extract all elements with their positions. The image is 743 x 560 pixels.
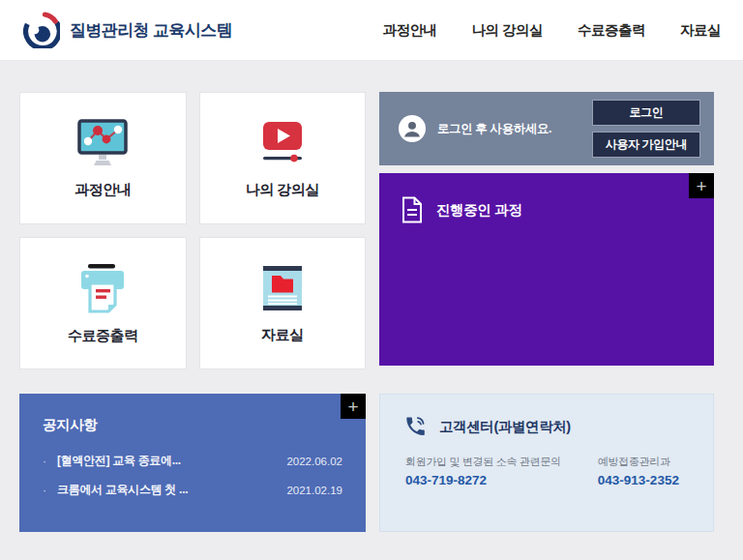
notice-item-date: 2021.02.19 — [286, 485, 342, 496]
notice-more-button[interactable]: + — [341, 394, 366, 419]
card-label: 자료실 — [261, 326, 304, 344]
ongoing-courses-panel: 진행중인 과정 + — [379, 173, 714, 366]
card-courses[interactable]: 과정안내 — [19, 92, 187, 224]
notice-item-date: 2022.06.02 — [286, 456, 342, 467]
contact-item: 예방접종관리과 043-913-2352 — [598, 455, 679, 487]
right-column: 로그인 후 사용하세요. 로그인 사용자 가입안내 — [379, 92, 714, 369]
card-label: 수료증출력 — [68, 327, 138, 345]
printer-icon — [75, 262, 130, 314]
notice-list: · [혈액안전] 교육 종료에... 2022.06.02 · 크롬에서 교육시… — [43, 453, 342, 498]
notice-item[interactable]: · 크롬에서 교육시스템 첫 ... 2021.02.19 — [43, 482, 342, 498]
card-certificate[interactable]: 수료증출력 — [19, 237, 187, 369]
monitor-chart-icon — [75, 118, 130, 168]
signup-guide-button[interactable]: 사용자 가입안내 — [592, 132, 700, 158]
notice-panel: 공지사항 + · [혈액안전] 교육 종료에... 2022.06.02 · 크… — [19, 394, 366, 532]
card-label: 과정안내 — [74, 181, 131, 199]
phone-icon — [403, 415, 427, 438]
bullet-icon: · — [43, 484, 46, 497]
login-buttons: 로그인 사용자 가입안내 — [592, 100, 700, 158]
video-player-icon — [255, 118, 310, 168]
contact-list: 회원가입 및 변경된 소속 관련문의 043-719-8272 예방접종관리과 … — [403, 455, 690, 487]
main-nav: 과정안내 나의 강의실 수료증출력 자료실 — [382, 21, 721, 40]
nav-item-library[interactable]: 자료실 — [680, 21, 721, 40]
contact-item: 회원가입 및 변경된 소속 관련문의 043-719-8272 — [405, 455, 561, 487]
ongoing-courses-title: 진행중인 과정 — [436, 201, 521, 220]
notice-item[interactable]: · [혈액안전] 교육 종료에... 2022.06.02 — [43, 453, 342, 469]
government-emblem-icon — [23, 12, 60, 48]
main-content: 과정안내 나의 강의실 — [0, 61, 743, 532]
card-label: 나의 강의실 — [246, 181, 319, 199]
contact-phone: 043-719-8272 — [405, 473, 561, 487]
quick-menu: 과정안내 나의 강의실 — [19, 92, 366, 369]
nav-item-certificate[interactable]: 수료증출력 — [578, 21, 645, 40]
login-button[interactable]: 로그인 — [592, 100, 700, 126]
document-icon — [401, 196, 424, 223]
page-title: 질병관리청 교육시스템 — [70, 19, 232, 42]
card-my-classroom[interactable]: 나의 강의실 — [199, 92, 367, 224]
nav-item-my-classroom[interactable]: 나의 강의실 — [471, 21, 543, 40]
nav-item-courses[interactable]: 과정안내 — [382, 21, 436, 40]
header: 질병관리청 교육시스템 과정안내 나의 강의실 수료증출력 자료실 — [0, 0, 743, 61]
contact-phone: 043-913-2352 — [598, 473, 679, 487]
home-link[interactable]: 질병관리청 교육시스템 — [23, 12, 232, 48]
customer-center-panel: 고객센터(과별연락처) 회원가입 및 변경된 소속 관련문의 043-719-8… — [379, 394, 714, 532]
user-avatar-icon — [399, 115, 426, 142]
notice-title: 공지사항 — [43, 416, 342, 434]
notice-item-title: [혈액안전] 교육 종료에... — [57, 453, 181, 469]
ongoing-courses-more-button[interactable]: + — [689, 173, 714, 198]
notice-item-title: 크롬에서 교육시스템 첫 ... — [57, 482, 188, 498]
archive-document-icon — [257, 263, 308, 313]
contact-label: 예방접종관리과 — [598, 455, 679, 469]
bullet-icon: · — [43, 455, 46, 468]
contact-label: 회원가입 및 변경된 소속 관련문의 — [405, 455, 561, 469]
login-message: 로그인 후 사용하세요. — [437, 121, 551, 137]
login-panel: 로그인 후 사용하세요. 로그인 사용자 가입안내 — [379, 92, 714, 165]
customer-center-title: 고객센터(과별연락처) — [439, 418, 571, 436]
card-library[interactable]: 자료실 — [199, 237, 367, 369]
